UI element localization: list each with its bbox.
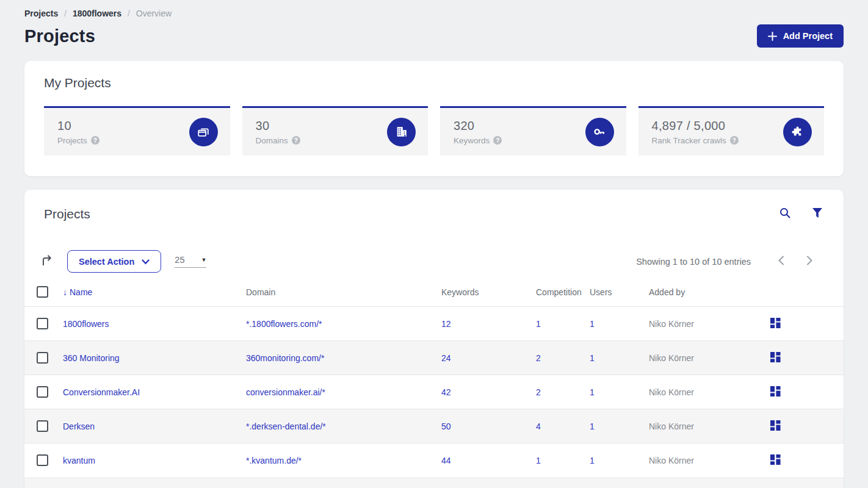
add-project-button[interactable]: Add Project — [757, 24, 844, 48]
chevron-down-icon — [142, 257, 150, 267]
next-page-icon[interactable] — [795, 252, 824, 271]
breadcrumb-1800flowers[interactable]: 1800flowers — [73, 9, 121, 18]
my-projects-title: My Projects — [44, 76, 824, 90]
row-checkbox[interactable] — [37, 420, 48, 432]
keywords-count-link[interactable]: 42 — [441, 387, 451, 397]
table-row: Derksen *.derksen-dental.de/* 50 4 1 Nik… — [24, 409, 844, 443]
keywords-count-link[interactable]: 12 — [441, 319, 451, 329]
projects-panel-title: Projects — [44, 207, 90, 221]
add-project-label: Add Project — [783, 31, 833, 41]
row-checkbox[interactable] — [37, 352, 48, 364]
dashboard-icon[interactable] — [770, 454, 781, 465]
select-action-dropdown[interactable]: Select Action — [67, 250, 161, 273]
competition-count-link[interactable]: 4 — [536, 422, 541, 431]
column-header-users[interactable]: Users — [590, 286, 649, 307]
competition-count-link[interactable]: 1 — [536, 319, 541, 329]
puzzle-icon — [783, 118, 812, 146]
export-arrow-icon[interactable] — [40, 254, 54, 269]
breadcrumb-separator: / — [64, 9, 67, 18]
dashboard-icon[interactable] — [770, 352, 781, 362]
column-header-added-by[interactable]: Added by — [649, 286, 770, 307]
added-by-text: Niko Körner — [649, 443, 770, 478]
keywords-label: Keywords — [454, 136, 490, 145]
stat-card-keywords[interactable]: 320 Keywords ? — [440, 106, 626, 156]
help-icon[interactable]: ? — [493, 136, 502, 145]
projects-table-card: Projects Select Action — [24, 190, 844, 488]
table-row: Conversionmaker.AI conversionmaker.ai/* … — [24, 375, 844, 409]
project-name-link[interactable]: 360 Monitoring — [63, 353, 120, 363]
added-by-text: Niko Körner — [649, 341, 770, 375]
domains-label: Domains — [256, 136, 288, 145]
project-name-link[interactable]: Conversionmaker.AI — [63, 387, 140, 397]
dashboard-icon[interactable] — [770, 420, 781, 431]
column-header-name[interactable]: ↓Name — [63, 286, 246, 307]
help-icon[interactable]: ? — [91, 136, 99, 145]
users-count-link[interactable]: 1 — [590, 319, 595, 329]
domains-count: 30 — [256, 119, 300, 133]
crawls-label: Rank Tracker crawls — [652, 136, 726, 145]
project-name-link[interactable]: Derksen — [63, 422, 95, 431]
dashboard-icon[interactable] — [770, 386, 781, 396]
competition-count-link[interactable]: 2 — [536, 387, 541, 397]
search-icon[interactable] — [778, 206, 792, 222]
filter-icon[interactable] — [811, 206, 824, 221]
building-icon — [387, 118, 416, 146]
page-size-value: 25 — [175, 255, 184, 265]
table-row: kvantum *.kvantum.de/* 44 1 1 Niko Körne… — [24, 443, 844, 478]
projects-stack-icon — [189, 118, 218, 146]
keywords-count-link[interactable]: 44 — [441, 456, 451, 465]
key-icon — [585, 118, 614, 146]
table-row: 1800flowers *.1800flowers.com/* 12 1 1 N… — [24, 307, 844, 341]
breadcrumb-projects[interactable]: Projects — [24, 9, 58, 18]
users-count-link[interactable]: 1 — [590, 353, 595, 363]
project-name-link[interactable]: kvantum — [63, 456, 95, 465]
help-icon[interactable]: ? — [292, 136, 300, 145]
breadcrumb-overview: Overview — [136, 9, 172, 18]
project-domain-link[interactable]: *.kvantum.de/* — [246, 456, 302, 465]
competition-count-link[interactable]: 1 — [536, 456, 541, 465]
column-header-competition[interactable]: Competition — [536, 286, 590, 307]
keywords-count-link[interactable]: 24 — [441, 353, 451, 363]
select-all-checkbox[interactable] — [37, 286, 48, 298]
crawls-count: 4,897 / 5,000 — [652, 119, 739, 133]
dashboard-icon[interactable] — [770, 318, 781, 328]
my-projects-card: My Projects 10 Projects ? — [24, 61, 844, 176]
project-domain-link[interactable]: 360monitoring.com/* — [246, 353, 324, 363]
users-count-link[interactable]: 1 — [590, 456, 595, 465]
title-row: Projects Add Project — [24, 24, 844, 48]
users-count-link[interactable]: 1 — [590, 387, 595, 397]
help-icon[interactable]: ? — [730, 136, 739, 145]
row-checkbox[interactable] — [37, 386, 48, 398]
column-header-domain[interactable]: Domain — [246, 286, 441, 307]
added-by-text: Niko Körner — [649, 409, 770, 443]
prev-page-icon[interactable] — [767, 252, 795, 271]
project-name-link[interactable]: 1800flowers — [63, 319, 109, 329]
projects-table: ↓Name Domain Keywords Competition Users … — [24, 286, 844, 478]
caret-down-icon: ▼ — [201, 257, 206, 263]
stat-card-crawls[interactable]: 4,897 / 5,000 Rank Tracker crawls ? — [638, 106, 825, 156]
project-domain-link[interactable]: *.derksen-dental.de/* — [246, 422, 326, 431]
column-header-keywords[interactable]: Keywords — [441, 286, 536, 307]
select-action-label: Select Action — [79, 257, 134, 267]
showing-entries-text: Showing 1 to 10 of 10 entries — [636, 257, 751, 267]
table-header-row: ↓Name Domain Keywords Competition Users … — [24, 286, 844, 307]
stat-card-projects[interactable]: 10 Projects ? — [44, 106, 230, 156]
projects-label: Projects — [57, 136, 87, 145]
keywords-count: 320 — [454, 119, 502, 133]
page-size-select[interactable]: 25 ▼ — [175, 255, 206, 268]
table-row: 360 Monitoring 360monitoring.com/* 24 2 … — [24, 341, 844, 375]
row-checkbox[interactable] — [37, 318, 48, 329]
breadcrumb-separator: / — [128, 9, 130, 18]
competition-count-link[interactable]: 2 — [536, 353, 541, 363]
table-row-partial — [24, 478, 844, 488]
projects-count: 10 — [57, 119, 99, 133]
added-by-text: Niko Körner — [649, 307, 770, 341]
row-checkbox[interactable] — [37, 454, 48, 466]
project-domain-link[interactable]: conversionmaker.ai/* — [246, 387, 325, 397]
project-domain-link[interactable]: *.1800flowers.com/* — [246, 319, 322, 329]
sort-desc-icon: ↓ — [63, 287, 67, 297]
stats-row: 10 Projects ? — [44, 106, 824, 156]
stat-card-domains[interactable]: 30 Domains ? — [242, 106, 429, 156]
users-count-link[interactable]: 1 — [590, 422, 595, 431]
keywords-count-link[interactable]: 50 — [441, 422, 451, 431]
